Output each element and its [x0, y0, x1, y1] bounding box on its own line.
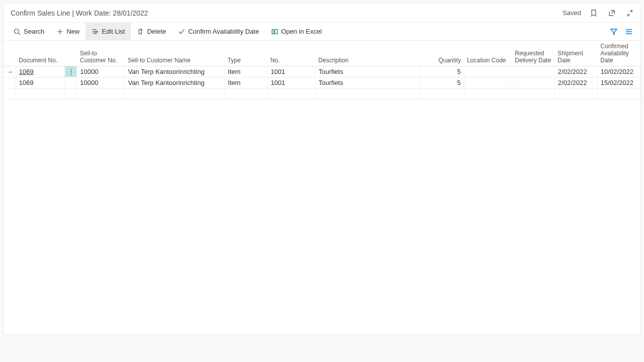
cell-sell-to-customer-no[interactable]: 10000 — [77, 66, 125, 77]
cell-confirmed-availability-date[interactable]: 10/02/2022 — [597, 66, 640, 77]
svg-point-0 — [15, 29, 19, 33]
row-menu-button[interactable]: ⋮ — [64, 66, 76, 77]
saved-indicator: Saved — [560, 9, 581, 17]
col-confirmed-availability-date[interactable]: Confirmed Availability Date — [597, 41, 640, 66]
row-menu-button[interactable] — [64, 77, 76, 88]
page-title: Confirm Sales Line | Work Date: 28/01/20… — [11, 9, 148, 17]
saved-label: Saved — [562, 9, 581, 17]
table-row[interactable]: 1069 10000 Van Terp Kantoorinrichting It… — [4, 77, 640, 88]
pop-out-icon — [608, 9, 616, 17]
toolbar: Search New Edit List Delete Confirm Avai… — [4, 23, 640, 41]
title-bar: Confirm Sales Line | Work Date: 28/01/20… — [4, 4, 640, 23]
grid-body: → 1069 ⋮ 10000 Van Terp Kantoorinrichtin… — [4, 66, 640, 100]
new-label: New — [66, 28, 79, 35]
open-excel-button[interactable]: Open in Excel — [265, 23, 328, 41]
search-button[interactable]: Search — [8, 23, 50, 41]
col-requested-delivery-date[interactable]: Requested Delivery Date — [512, 41, 554, 66]
bookmark-icon — [590, 9, 598, 17]
table-row[interactable] — [4, 88, 640, 100]
edit-list-button[interactable]: Edit List — [86, 23, 131, 41]
check-icon — [178, 28, 185, 35]
col-sell-to-customer-name[interactable]: Sell-to Customer Name — [125, 41, 224, 66]
filter-icon — [610, 28, 618, 36]
cell-no[interactable]: 1001 — [267, 77, 315, 88]
col-quantity[interactable]: Quantity — [419, 41, 464, 66]
edit-list-icon — [92, 28, 99, 35]
excel-icon — [271, 28, 278, 35]
cell-description[interactable]: Tourfiets — [315, 66, 420, 77]
cell-document-no[interactable]: 1069 — [16, 77, 64, 88]
col-type[interactable]: Type — [224, 41, 267, 66]
list-view-button[interactable] — [623, 26, 634, 37]
cell-location-code[interactable] — [464, 77, 512, 88]
col-menu-spacer — [64, 41, 76, 66]
toolbar-left: Search New Edit List Delete Confirm Avai… — [8, 23, 328, 41]
search-label: Search — [24, 28, 44, 35]
filter-button[interactable] — [608, 26, 619, 37]
col-location-code[interactable]: Location Code — [464, 41, 512, 66]
col-document-no[interactable]: Document No. — [16, 41, 64, 66]
col-shipment-date[interactable]: Shipment Date — [554, 41, 597, 66]
delete-button[interactable]: Delete — [131, 23, 172, 41]
toolbar-right — [608, 26, 636, 37]
grid-header: Document No. Sell-to Customer No. Sell-t… — [4, 41, 640, 66]
cell-quantity[interactable]: 5 — [419, 66, 464, 77]
collapse-icon — [626, 9, 634, 17]
cell-description[interactable]: Tourfiets — [315, 77, 420, 88]
cell-type[interactable]: Item — [224, 77, 267, 88]
row-selector-icon[interactable] — [4, 77, 16, 88]
sales-line-grid: Document No. Sell-to Customer No. Sell-t… — [4, 41, 640, 100]
cell-sell-to-customer-name[interactable]: Van Terp Kantoorinrichting — [125, 66, 224, 77]
page-card: Confirm Sales Line | Work Date: 28/01/20… — [3, 3, 641, 335]
col-selector — [4, 41, 16, 66]
cell-sell-to-customer-no[interactable]: 10000 — [77, 77, 125, 88]
cell-no[interactable]: 1001 — [267, 66, 315, 77]
svg-rect-1 — [272, 29, 277, 34]
col-description[interactable]: Description — [315, 41, 420, 66]
confirm-label: Confirm Availability Date — [188, 28, 259, 35]
trash-icon — [137, 28, 144, 35]
cell-location-code[interactable] — [464, 66, 512, 77]
new-button[interactable]: New — [50, 23, 86, 41]
cell-type[interactable]: Item — [224, 66, 267, 77]
cell-shipment-date[interactable]: 2/02/2022 — [554, 66, 597, 77]
cell-quantity[interactable]: 5 — [419, 77, 464, 88]
title-actions: Saved — [560, 8, 635, 19]
cell-confirmed-availability-date[interactable]: 15/02/2022 — [597, 77, 640, 88]
list-icon — [625, 28, 633, 36]
bookmark-button[interactable] — [588, 8, 599, 19]
collapse-button[interactable] — [624, 8, 635, 19]
edit-list-label: Edit List — [102, 28, 125, 35]
pop-out-button[interactable] — [606, 8, 617, 19]
cell-document-no[interactable]: 1069 — [16, 66, 64, 77]
search-icon — [14, 28, 21, 35]
row-selector-icon[interactable]: → — [4, 66, 16, 77]
cell-requested-delivery-date[interactable] — [512, 66, 554, 77]
cell-sell-to-customer-name[interactable]: Van Terp Kantoorinrichting — [125, 77, 224, 88]
document-link[interactable]: 1069 — [19, 68, 34, 75]
confirm-availability-button[interactable]: Confirm Availability Date — [172, 23, 265, 41]
cell-shipment-date[interactable]: 2/02/2022 — [554, 77, 597, 88]
open-excel-label: Open in Excel — [281, 28, 322, 35]
col-sell-to-customer-no[interactable]: Sell-to Customer No. — [77, 41, 125, 66]
table-row[interactable]: → 1069 ⋮ 10000 Van Terp Kantoorinrichtin… — [4, 66, 640, 77]
plus-icon — [56, 28, 63, 35]
delete-label: Delete — [147, 28, 166, 35]
cell-requested-delivery-date[interactable] — [512, 77, 554, 88]
col-no[interactable]: No. — [267, 41, 315, 66]
